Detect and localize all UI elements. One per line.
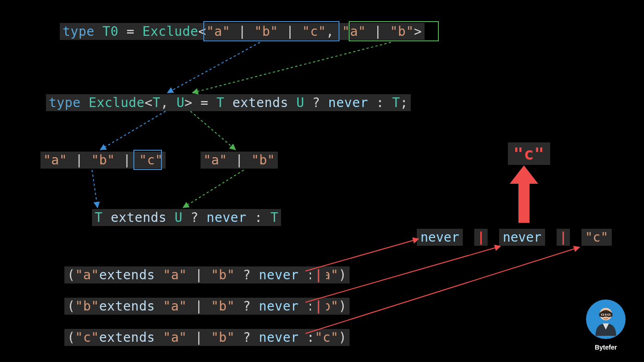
arrow-blue-2 <box>100 111 166 150</box>
code-line-1: type T0 = Exclude<"a" | "b" | "c", "a" |… <box>60 23 425 40</box>
author-name: Bytefer <box>586 344 626 351</box>
arrow-green-1 <box>192 42 391 93</box>
result-c: "c" <box>508 142 550 165</box>
code-line-2: type Exclude<T, U> = T extends U ? never… <box>46 94 411 111</box>
svg-rect-0 <box>518 184 529 223</box>
arrow-blue-1 <box>167 42 260 93</box>
type-name-t0: T0 <box>103 24 119 39</box>
svg-marker-1 <box>510 165 538 184</box>
code-line-3-left: "a" | "b" | "c" <box>40 152 166 169</box>
arrow-blue-3 <box>92 170 98 208</box>
svg-point-7 <box>602 314 604 315</box>
arrow-green-2 <box>190 111 236 150</box>
arrow-red-c <box>305 247 580 334</box>
svg-point-2 <box>600 308 612 320</box>
red-pipe-1: | <box>311 266 326 283</box>
big-red-arrow <box>510 165 538 223</box>
kw-type: type <box>63 24 94 39</box>
author-avatar <box>586 300 626 339</box>
svg-point-8 <box>608 314 610 315</box>
code-line-4: T extends U ? never : T <box>92 209 281 226</box>
expand-line-b: ("b"extends "a" | "b" ? never :"b") <box>64 298 350 315</box>
expand-line-a: ("a"extends "a" | "b" ? never :"a") <box>64 266 350 283</box>
expand-line-c: ("c"extends "a" | "b" ? never :"c") <box>64 329 350 346</box>
type-exclude: Exclude <box>143 24 199 39</box>
arrow-green-3 <box>183 170 244 208</box>
code-line-3-right: "a" | "b" <box>201 152 278 169</box>
never-row: never | never | "c" <box>417 230 615 245</box>
red-pipe-2: | <box>311 298 326 315</box>
